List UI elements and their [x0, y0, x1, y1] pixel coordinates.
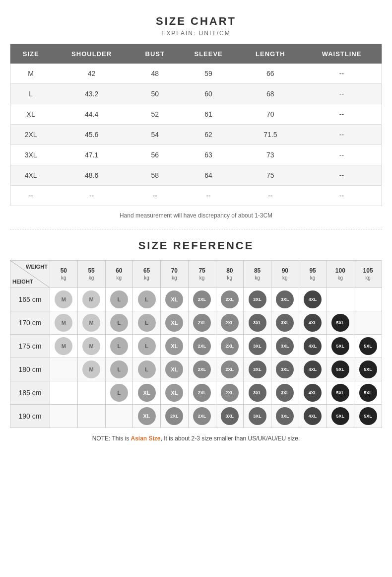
size-cell: 2XL	[216, 358, 244, 381]
table-row: 165 cmMMLLXL2XL2XL3XL3XL4XL	[10, 288, 382, 311]
weight-label: WEIGHT	[26, 264, 48, 270]
size-cell: 3XL	[271, 381, 299, 405]
size-bubble: 2XL	[221, 384, 239, 402]
size-cell: 3XL	[244, 405, 271, 428]
size-cell: 2XL	[188, 335, 216, 358]
table-cell: --	[302, 165, 382, 186]
table-cell: --	[178, 186, 239, 206]
size-cell: 2XL	[216, 335, 244, 358]
size-bubble: 4XL	[304, 290, 322, 308]
size-cell: L	[105, 311, 133, 335]
size-bubble: XL	[165, 337, 183, 355]
table-row: XL44.4526170--	[10, 104, 382, 125]
size-bubble: 2XL	[221, 290, 239, 308]
table-row: 3XL47.1566373--	[10, 145, 382, 165]
size-cell: 2XL	[188, 405, 216, 428]
table-row: 4XL48.6586475--	[10, 165, 382, 186]
ref-header-row: WEIGHT HEIGHT 50kg55kg60kg65kg70kg75kg80…	[10, 261, 382, 288]
size-bubble: 5XL	[359, 407, 377, 425]
size-bubble: 4XL	[304, 314, 322, 332]
weight-col-header: 55kg	[77, 261, 105, 288]
size-bubble: 5XL	[359, 361, 377, 378]
size-bubble: M	[82, 361, 100, 378]
table-cell: --	[302, 84, 382, 104]
size-bubble: L	[110, 314, 128, 332]
weight-col-header: 65kg	[133, 261, 161, 288]
table-cell: 54	[132, 125, 178, 145]
table-row: 175 cmMMLLXL2XL2XL3XL3XL4XL5XL5XL	[10, 335, 382, 358]
table-cell: 50	[132, 84, 178, 104]
size-chart-title: SIZE CHART	[10, 15, 382, 28]
size-bubble: 4XL	[304, 337, 322, 355]
size-bubble: M	[55, 337, 72, 355]
size-reference-title: SIZE REFERENCE	[10, 239, 382, 252]
size-bubble: XL	[165, 290, 183, 308]
size-table-header-row: SIZESHOULDERBUSTSLEEVELENGTHWAISTLINE	[10, 44, 382, 64]
size-bubble: 3XL	[249, 384, 266, 402]
weight-col-header: 105kg	[354, 261, 382, 288]
size-reference-table: WEIGHT HEIGHT 50kg55kg60kg65kg70kg75kg80…	[10, 260, 382, 428]
size-cell: 3XL	[244, 311, 271, 335]
weight-col-header: 100kg	[327, 261, 354, 288]
table-cell: --	[302, 125, 382, 145]
size-cell	[50, 358, 78, 381]
size-bubble: 5XL	[331, 384, 349, 402]
size-bubble: 3XL	[249, 290, 266, 308]
table-row: M42485966--	[10, 64, 382, 84]
size-cell	[50, 405, 78, 428]
size-cell: 5XL	[354, 335, 382, 358]
size-bubble: 2XL	[221, 337, 239, 355]
size-cell: 2XL	[161, 405, 189, 428]
size-cell: 4XL	[299, 405, 327, 428]
table-cell: --	[302, 104, 382, 125]
size-bubble: M	[55, 314, 72, 332]
size-bubble: 2XL	[193, 337, 211, 355]
size-bubble: XL	[138, 384, 156, 402]
size-cell: M	[77, 288, 105, 311]
size-cell: 3XL	[244, 335, 271, 358]
table-row: 185 cmLXLXL2XL2XL3XL3XL4XL5XL5XL	[10, 381, 382, 405]
size-cell: L	[105, 358, 133, 381]
size-cell: 4XL	[299, 311, 327, 335]
size-bubble: 2XL	[193, 361, 211, 378]
size-cell: L	[105, 381, 133, 405]
size-cell: 3XL	[271, 405, 299, 428]
size-cell: L	[105, 288, 133, 311]
table-cell: 44.4	[51, 104, 132, 125]
size-bubble: L	[110, 290, 128, 308]
size-table-col-sleeve: SLEEVE	[178, 44, 239, 64]
size-cell: 2XL	[188, 311, 216, 335]
size-cell: 2XL	[188, 358, 216, 381]
weight-col-header: 85kg	[244, 261, 271, 288]
size-cell: 2XL	[216, 288, 244, 311]
height-row-header: 170 cm	[10, 311, 50, 335]
table-cell: --	[302, 64, 382, 84]
size-bubble: 3XL	[276, 407, 294, 425]
table-cell: 47.1	[51, 145, 132, 165]
weight-col-header: 80kg	[216, 261, 244, 288]
size-cell: M	[77, 335, 105, 358]
weight-col-header: 50kg	[50, 261, 78, 288]
size-table-col-bust: BUST	[132, 44, 178, 64]
table-cell: 48.6	[51, 165, 132, 186]
size-chart-table: SIZESHOULDERBUSTSLEEVELENGTHWAISTLINE M4…	[10, 44, 382, 206]
table-cell: 2XL	[10, 125, 52, 145]
table-cell: 59	[178, 64, 239, 84]
size-cell: 2XL	[216, 381, 244, 405]
size-bubble: 5XL	[331, 361, 349, 378]
size-cell: M	[50, 311, 78, 335]
size-bubble: XL	[165, 384, 183, 402]
size-cell: XL	[133, 381, 161, 405]
size-bubble: 4XL	[304, 361, 322, 378]
size-cell: 3XL	[271, 358, 299, 381]
size-bubble: L	[138, 314, 156, 332]
size-cell	[327, 288, 354, 311]
table-cell: 61	[178, 104, 239, 125]
size-cell: 2XL	[216, 311, 244, 335]
weight-col-header: 60kg	[105, 261, 133, 288]
table-cell: 43.2	[51, 84, 132, 104]
size-cell: 3XL	[244, 358, 271, 381]
table-cell: 71.5	[239, 125, 302, 145]
size-cell: 4XL	[299, 381, 327, 405]
table-row: L43.2506068--	[10, 84, 382, 104]
